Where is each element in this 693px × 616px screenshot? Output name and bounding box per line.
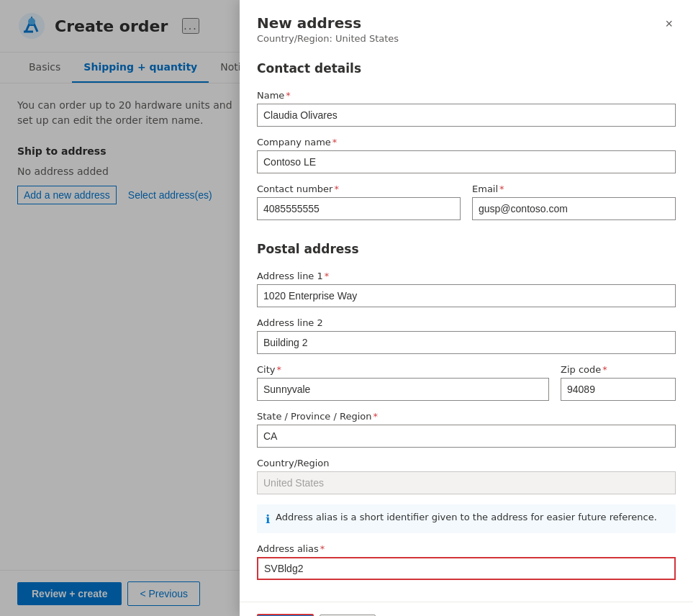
contact-email-row: Contact number* Email* bbox=[257, 184, 676, 230]
contact-label: Contact number* bbox=[257, 184, 461, 194]
email-label: Email* bbox=[472, 184, 676, 194]
name-input[interactable] bbox=[257, 104, 676, 127]
alias-field-group: Address alias* bbox=[257, 543, 676, 580]
company-label: Company name* bbox=[257, 137, 676, 148]
state-input[interactable] bbox=[257, 425, 676, 448]
address1-label: Address line 1* bbox=[257, 271, 676, 281]
contact-section-title: Contact details bbox=[257, 61, 676, 81]
zip-label: Zip code* bbox=[561, 364, 676, 375]
city-input[interactable] bbox=[257, 378, 549, 401]
company-input[interactable] bbox=[257, 150, 676, 173]
alias-info-text: Address alias is a short identifier give… bbox=[276, 512, 657, 522]
country-label: Country/Region bbox=[257, 458, 676, 468]
zip-field-group: Zip code* bbox=[561, 364, 676, 401]
city-label: City* bbox=[257, 364, 549, 375]
modal-subtitle: Country/Region: United States bbox=[257, 33, 399, 44]
state-required: * bbox=[373, 411, 379, 422]
country-input bbox=[257, 471, 676, 494]
state-label: State / Province / Region* bbox=[257, 411, 676, 422]
state-field-group: State / Province / Region* bbox=[257, 411, 676, 448]
new-address-modal: New address Country/Region: United State… bbox=[240, 0, 693, 616]
modal-footer: Add Cancel bbox=[240, 602, 693, 616]
modal-title-group: New address Country/Region: United State… bbox=[257, 14, 399, 44]
city-field-group: City* bbox=[257, 364, 549, 401]
address1-field-group: Address line 1* bbox=[257, 271, 676, 307]
alias-required: * bbox=[320, 543, 325, 554]
alias-label: Address alias* bbox=[257, 543, 676, 554]
address2-label: Address line 2 bbox=[257, 317, 676, 328]
address2-input[interactable] bbox=[257, 331, 676, 354]
zip-required: * bbox=[602, 364, 607, 375]
modal-title: New address bbox=[257, 14, 399, 32]
name-required: * bbox=[286, 90, 291, 101]
name-field-group: Name* bbox=[257, 90, 676, 127]
contact-required: * bbox=[334, 184, 339, 194]
company-required: * bbox=[332, 137, 338, 148]
alias-input[interactable] bbox=[257, 557, 676, 580]
email-input[interactable] bbox=[472, 197, 676, 220]
postal-section-title: Postal address bbox=[257, 242, 676, 262]
address1-required: * bbox=[325, 271, 330, 281]
country-field-group: Country/Region bbox=[257, 458, 676, 494]
city-zip-row: City* Zip code* bbox=[257, 364, 676, 411]
city-required: * bbox=[276, 364, 281, 375]
address1-input[interactable] bbox=[257, 284, 676, 307]
zip-input[interactable] bbox=[561, 378, 676, 401]
name-label: Name* bbox=[257, 90, 676, 101]
address2-field-group: Address line 2 bbox=[257, 317, 676, 354]
contact-field-group: Contact number* bbox=[257, 184, 461, 220]
modal-close-button[interactable]: × bbox=[662, 14, 676, 33]
contact-input[interactable] bbox=[257, 197, 461, 220]
modal-header: New address Country/Region: United State… bbox=[240, 0, 693, 50]
alias-info-box: ℹ Address alias is a short identifier gi… bbox=[257, 504, 676, 533]
email-field-group: Email* bbox=[472, 184, 676, 220]
company-field-group: Company name* bbox=[257, 137, 676, 173]
email-required: * bbox=[499, 184, 504, 194]
modal-body: Contact details Name* Company name* Cont… bbox=[240, 50, 693, 602]
info-icon: ℹ bbox=[266, 512, 270, 526]
